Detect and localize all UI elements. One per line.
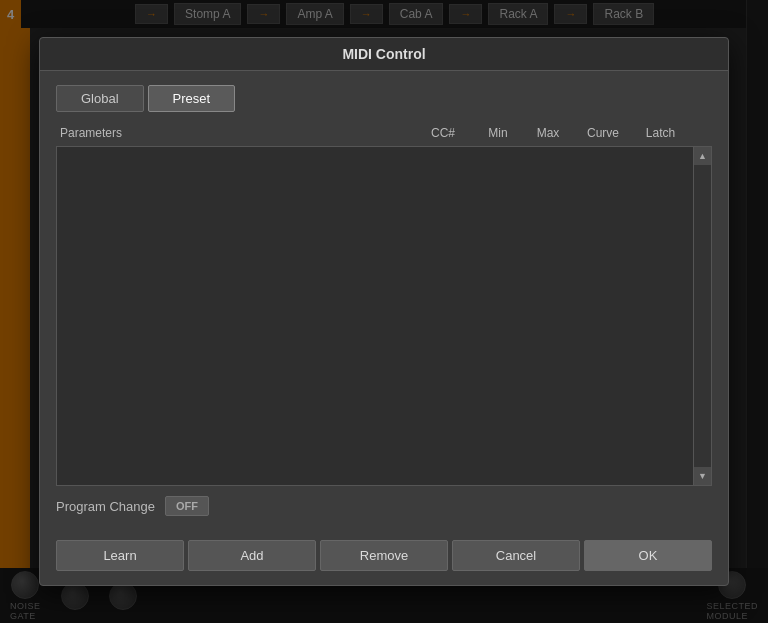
col-header-scroll-space [688,126,708,140]
tab-preset[interactable]: Preset [148,85,236,112]
tab-global[interactable]: Global [56,85,144,112]
table-scrollbar[interactable]: ▲ ▼ [693,147,711,485]
col-header-cc: CC# [413,126,473,140]
scroll-down-arrow[interactable]: ▼ [694,467,711,485]
midi-control-dialog: MIDI Control Global Preset Parameters CC… [39,37,729,586]
program-change-label: Program Change [56,499,155,514]
modal-title: MIDI Control [40,38,728,71]
modal-footer: Learn Add Remove Cancel OK [40,530,728,585]
scroll-up-arrow[interactable]: ▲ [694,147,711,165]
col-header-parameters: Parameters [60,126,413,140]
parameters-table[interactable]: ▲ ▼ [56,146,712,486]
program-change-toggle[interactable]: OFF [165,496,209,516]
col-header-curve: Curve [573,126,633,140]
add-button[interactable]: Add [188,540,316,571]
modal-overlay: MIDI Control Global Preset Parameters CC… [0,0,768,623]
col-header-latch: Latch [633,126,688,140]
modal-body: Global Preset Parameters CC# Min Max Cur… [40,71,728,530]
cancel-button[interactable]: Cancel [452,540,580,571]
learn-button[interactable]: Learn [56,540,184,571]
scrollbar-track[interactable] [694,165,711,467]
col-header-max: Max [523,126,573,140]
program-change-row: Program Change OFF [56,496,712,516]
tab-row: Global Preset [56,85,712,112]
col-header-min: Min [473,126,523,140]
remove-button[interactable]: Remove [320,540,448,571]
table-header: Parameters CC# Min Max Curve Latch [56,126,712,146]
ok-button[interactable]: OK [584,540,712,571]
